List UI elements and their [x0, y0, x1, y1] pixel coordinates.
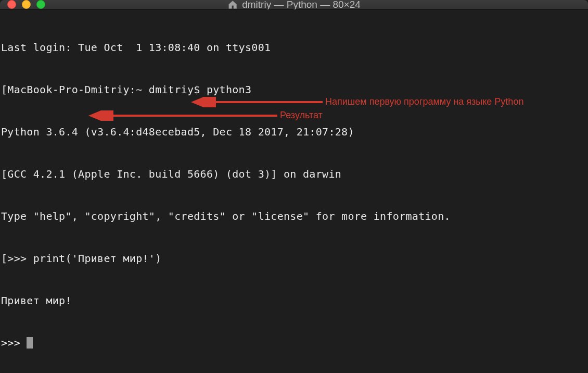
- terminal-line: [GCC 4.2.1 (Apple Inc. build 5666) (dot …: [1, 167, 587, 181]
- annotation-label: Результат: [280, 108, 323, 122]
- terminal-line: Last login: Tue Oct 1 13:08:40 on ttys00…: [1, 41, 587, 55]
- traffic-lights-group: [7, 0, 45, 9]
- terminal-prompt-line: >>>: [1, 336, 587, 350]
- terminal-line: [MacBook-Pro-Dmitriy:~ dmitriy$ python3: [1, 83, 587, 97]
- terminal-content[interactable]: Last login: Tue Oct 1 13:08:40 on ttys00…: [0, 9, 588, 373]
- close-button[interactable]: [7, 0, 16, 9]
- annotation-first-program: Напишем первую программу на языке Python: [190, 95, 523, 109]
- terminal-line: Python 3.6.4 (v3.6.4:d48ecebad5, Dec 18 …: [1, 125, 587, 139]
- arrow-icon: [190, 97, 325, 107]
- window-title-text: dmitriy — Python — 80×24: [242, 0, 361, 10]
- terminal-line: Type "help", "copyright", "credits" or "…: [1, 209, 587, 223]
- zoom-button[interactable]: [36, 0, 45, 9]
- annotation-result: Результат: [87, 108, 323, 122]
- window-titlebar: dmitriy — Python — 80×24: [0, 0, 588, 9]
- home-icon: [227, 0, 238, 10]
- cursor: [27, 337, 33, 349]
- terminal-window: dmitriy — Python — 80×24 Last login: Tue…: [0, 0, 588, 373]
- terminal-prompt: >>>: [1, 337, 27, 349]
- terminal-line-output: Привет мир!: [1, 294, 587, 308]
- terminal-line-input: [>>> print('Привет мир!'): [1, 252, 587, 266]
- minimize-button[interactable]: [22, 0, 31, 9]
- arrow-icon: [87, 110, 280, 121]
- annotation-label: Напишем первую программу на языке Python: [325, 95, 523, 109]
- window-title: dmitriy — Python — 80×24: [227, 0, 361, 10]
